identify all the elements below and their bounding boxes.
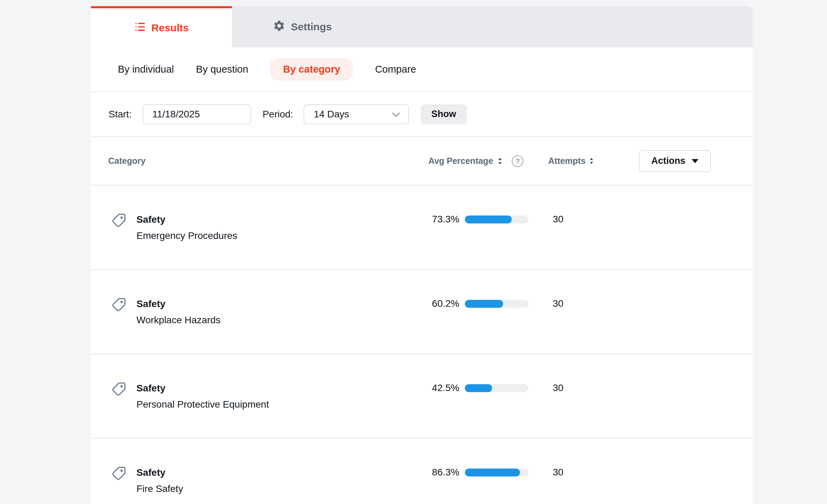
- tag-icon: [112, 466, 126, 497]
- progress-fill: [465, 469, 520, 476]
- progress-fill: [465, 216, 512, 223]
- progress-track: [465, 216, 529, 223]
- results-panel: Results Settings By individual By questi…: [91, 6, 753, 504]
- tag-icon: [112, 297, 126, 328]
- avg-percentage-value: 86.3%: [418, 464, 459, 480]
- tag-icon: [112, 381, 126, 412]
- tab-settings[interactable]: Settings: [232, 6, 373, 48]
- progress-bar-cell: [459, 211, 529, 223]
- avg-percentage-value: 42.5%: [418, 380, 459, 396]
- category-cell: Safety Personal Protective Equipment: [108, 380, 418, 412]
- subtab-by-category[interactable]: By category: [270, 58, 353, 81]
- category-cell: Safety Fire Safety: [108, 464, 418, 497]
- attempts-value: 30: [529, 380, 639, 396]
- category-text: Safety Emergency Procedures: [136, 211, 237, 244]
- category-name: Fire Safety: [136, 481, 183, 497]
- category-text: Safety Personal Protective Equipment: [136, 380, 269, 412]
- tab-results[interactable]: Results: [91, 6, 232, 48]
- category-name: Personal Protective Equipment: [136, 396, 269, 412]
- header-category: Category: [108, 156, 418, 166]
- period-label: Period:: [263, 109, 293, 120]
- sort-icon[interactable]: [497, 157, 503, 165]
- category-table-body: Safety Emergency Procedures 73.3% 30 Saf…: [91, 186, 753, 504]
- category-text: Safety Workplace Hazards: [136, 296, 221, 328]
- subtab-by-question[interactable]: By question: [196, 64, 248, 75]
- avg-percentage-value: 73.3%: [418, 211, 459, 227]
- table-row[interactable]: Safety Personal Protective Equipment 42.…: [91, 354, 753, 439]
- category-name: Emergency Procedures: [136, 228, 237, 244]
- show-button[interactable]: Show: [421, 104, 467, 124]
- tab-bar: Results Settings: [91, 6, 753, 48]
- progress-bar-cell: [459, 464, 529, 476]
- start-label: Start:: [109, 109, 132, 120]
- subtab-by-individual[interactable]: By individual: [118, 64, 174, 75]
- attempts-value: 30: [529, 211, 639, 227]
- tag-icon: [112, 213, 126, 244]
- category-group: Safety: [136, 296, 221, 312]
- progress-track: [465, 300, 529, 308]
- actions-button-label: Actions: [651, 156, 685, 166]
- view-subtabs: By individual By question By category Co…: [91, 48, 753, 92]
- attempts-value: 30: [529, 296, 639, 312]
- tab-results-label: Results: [151, 22, 188, 34]
- header-attempts-label: Attempts: [548, 156, 585, 166]
- category-cell: Safety Emergency Procedures: [108, 211, 418, 244]
- progress-track: [465, 384, 529, 392]
- category-cell: Safety Workplace Hazards: [108, 296, 418, 328]
- category-name: Workplace Hazards: [136, 312, 221, 328]
- progress-fill: [465, 384, 492, 392]
- table-header: Category Avg Percentage ? Attempts Actio: [91, 137, 753, 186]
- progress-track: [465, 469, 529, 476]
- period-select-value: 14 Days: [314, 109, 349, 120]
- list-icon: [134, 21, 146, 35]
- table-row[interactable]: Safety Workplace Hazards 60.2% 30: [91, 270, 753, 354]
- header-avg-percentage-label: Avg Percentage: [428, 156, 493, 166]
- progress-fill: [465, 300, 503, 308]
- category-text: Safety Fire Safety: [136, 464, 183, 497]
- header-avg-percentage[interactable]: Avg Percentage ?: [418, 155, 529, 167]
- actions-button[interactable]: Actions: [639, 150, 711, 172]
- progress-bar-cell: [459, 380, 529, 392]
- category-group: Safety: [136, 211, 237, 228]
- start-date-input[interactable]: [143, 104, 251, 124]
- header-actions-cell: Actions: [639, 150, 735, 172]
- attempts-value: 30: [529, 464, 639, 480]
- gear-icon: [273, 20, 285, 34]
- header-attempts[interactable]: Attempts: [529, 156, 639, 166]
- filter-row: Start: Period: 14 Days Show: [91, 92, 753, 137]
- subtab-compare[interactable]: Compare: [375, 64, 416, 75]
- table-row[interactable]: Safety Emergency Procedures 73.3% 30: [91, 186, 753, 270]
- period-select[interactable]: 14 Days: [304, 104, 409, 124]
- avg-percentage-value: 60.2%: [418, 296, 459, 312]
- chevron-down-icon: [392, 109, 400, 120]
- help-icon[interactable]: ?: [512, 155, 523, 167]
- help-icon-glyph: ?: [515, 157, 520, 165]
- sort-icon[interactable]: [589, 157, 594, 165]
- table-row[interactable]: Safety Fire Safety 86.3% 30: [91, 439, 753, 504]
- tab-settings-label: Settings: [291, 21, 331, 33]
- category-group: Safety: [136, 464, 183, 481]
- category-group: Safety: [136, 380, 269, 396]
- progress-bar-cell: [459, 296, 529, 308]
- caret-down-icon: [692, 159, 698, 163]
